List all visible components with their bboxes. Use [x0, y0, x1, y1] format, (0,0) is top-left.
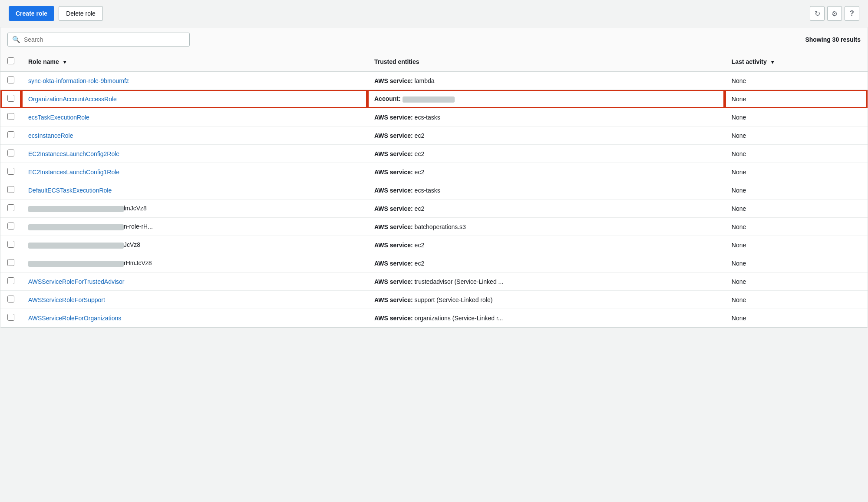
- role-name-cell: ████████████n-role-rH...: [21, 218, 367, 236]
- table-row: ████████████rHmJcVz8AWS service: ec2None: [0, 254, 868, 273]
- row-checkbox[interactable]: [7, 131, 14, 138]
- search-bar: 🔍 Showing 30 results: [0, 27, 868, 52]
- trusted-entity-cell: AWS service: ecs-tasks: [367, 108, 725, 126]
- trusted-entity-value: ec2: [415, 150, 425, 157]
- row-checkbox-cell: [0, 181, 21, 199]
- help-button[interactable]: ?: [845, 6, 859, 21]
- row-checkbox[interactable]: [7, 150, 14, 156]
- last-activity-cell: None: [725, 126, 868, 145]
- trusted-entity-value: lambda: [415, 77, 435, 84]
- role-name-link[interactable]: DefaultECSTaskExecutionRole: [28, 187, 112, 194]
- role-name-cell: AWSServiceRoleForOrganizations: [21, 309, 367, 327]
- trusted-entity-label: AWS service:: [374, 150, 415, 157]
- trusted-entity-cell: AWS service: ec2: [367, 126, 725, 145]
- role-name-blurred: ████████████: [28, 206, 124, 212]
- trusted-entity-label: AWS service:: [374, 169, 415, 176]
- role-name-link[interactable]: OrganizationAccountAccessRole: [28, 96, 117, 103]
- trusted-entity-cell: AWS service: organizations (Service-Link…: [367, 309, 725, 327]
- trusted-entity-value: ecs-tasks: [415, 114, 440, 121]
- trusted-entity-label: AWS service:: [374, 296, 415, 303]
- search-icon: 🔍: [12, 36, 20, 43]
- role-name-cell: DefaultECSTaskExecutionRole: [21, 181, 367, 199]
- last-activity-cell: None: [725, 291, 868, 309]
- trusted-entity-cell: AWS service: ecs-tasks: [367, 181, 725, 199]
- search-input[interactable]: [24, 36, 185, 43]
- table-row: sync-okta-information-role-9bmoumfzAWS s…: [0, 71, 868, 90]
- role-name-link[interactable]: EC2InstancesLaunchConfig2Role: [28, 150, 119, 157]
- settings-icon: ⚙: [832, 10, 838, 18]
- refresh-button[interactable]: ↻: [810, 6, 825, 21]
- row-checkbox-cell: [0, 108, 21, 126]
- row-checkbox[interactable]: [7, 95, 14, 102]
- role-name-link[interactable]: AWSServiceRoleForOrganizations: [28, 315, 121, 322]
- role-name-blurred: ████████████: [28, 243, 124, 249]
- trusted-entity-value: batchoperations.s3: [415, 223, 466, 230]
- role-name-cell: AWSServiceRoleForSupport: [21, 291, 367, 309]
- row-checkbox-cell: [0, 145, 21, 163]
- last-activity-cell: None: [725, 273, 868, 291]
- role-name-link[interactable]: EC2InstancesLaunchConfig1Role: [28, 169, 119, 176]
- last-activity-cell: None: [725, 71, 868, 90]
- trusted-entity-label: AWS service:: [374, 205, 415, 212]
- trusted-entity-cell: AWS service: ec2: [367, 236, 725, 254]
- row-checkbox[interactable]: [7, 259, 14, 266]
- header-role-name[interactable]: Role name ▼: [21, 52, 367, 71]
- role-name-cell: ████████████JcVz8: [21, 236, 367, 254]
- row-checkbox-cell: [0, 218, 21, 236]
- last-activity-cell: None: [725, 181, 868, 199]
- row-checkbox-cell: [0, 126, 21, 145]
- delete-role-button[interactable]: Delete role: [59, 6, 103, 21]
- role-name-blurred: ████████████: [28, 261, 124, 267]
- role-name-suffix: JcVz8: [124, 241, 140, 248]
- settings-button[interactable]: ⚙: [827, 6, 842, 21]
- last-activity-cell: None: [725, 236, 868, 254]
- row-checkbox[interactable]: [7, 204, 14, 211]
- toolbar-icons: ↻ ⚙ ?: [810, 6, 859, 21]
- role-name-cell: ecsInstanceRole: [21, 126, 367, 145]
- trusted-entity-value: support (Service-Linked role): [415, 296, 493, 303]
- last-activity-sort-icon: ▼: [770, 60, 775, 65]
- role-name-suffix: n-role-rH...: [124, 223, 153, 230]
- header-last-activity[interactable]: Last activity ▼: [725, 52, 868, 71]
- trusted-entity-label: AWS service:: [374, 315, 415, 322]
- row-checkbox[interactable]: [7, 241, 14, 248]
- role-name-suffix: lmJcVz8: [124, 205, 147, 212]
- trusted-entity-cell: AWS service: ec2: [367, 163, 725, 181]
- row-checkbox-cell: [0, 309, 21, 327]
- row-checkbox[interactable]: [7, 186, 14, 193]
- role-name-link[interactable]: ecsTaskExecutionRole: [28, 114, 89, 121]
- select-all-checkbox[interactable]: [7, 57, 14, 64]
- table-header: Role name ▼ Trusted entities Last activi…: [0, 52, 868, 71]
- top-bar: Create role Delete role ↻ ⚙ ?: [0, 0, 868, 27]
- table-row: DefaultECSTaskExecutionRoleAWS service: …: [0, 181, 868, 199]
- role-name-link[interactable]: AWSServiceRoleForTrustedAdvisor: [28, 278, 124, 285]
- table-row: EC2InstancesLaunchConfig2RoleAWS service…: [0, 145, 868, 163]
- row-checkbox[interactable]: [7, 314, 14, 321]
- row-checkbox[interactable]: [7, 168, 14, 175]
- row-checkbox[interactable]: [7, 113, 14, 120]
- row-checkbox[interactable]: [7, 296, 14, 303]
- last-activity-cell: None: [725, 309, 868, 327]
- row-checkbox[interactable]: [7, 76, 14, 83]
- create-role-button[interactable]: Create role: [9, 6, 54, 21]
- role-name-link[interactable]: AWSServiceRoleForSupport: [28, 296, 105, 303]
- trusted-entity-cell: AWS service: ec2: [367, 254, 725, 273]
- toolbar-buttons: Create role Delete role: [9, 6, 103, 21]
- role-name-sort-icon: ▼: [63, 60, 67, 65]
- row-checkbox[interactable]: [7, 277, 14, 284]
- table-row: ecsTaskExecutionRoleAWS service: ecs-tas…: [0, 108, 868, 126]
- table-row: AWSServiceRoleForSupportAWS service: sup…: [0, 291, 868, 309]
- trusted-entity-cell: AWS service: batchoperations.s3: [367, 218, 725, 236]
- role-name-link[interactable]: sync-okta-information-role-9bmoumfz: [28, 77, 129, 84]
- search-input-wrap: 🔍: [7, 33, 190, 47]
- role-name-link[interactable]: ecsInstanceRole: [28, 132, 73, 139]
- trusted-entity-label: Account:: [374, 95, 403, 102]
- table-row: ████████████lmJcVz8AWS service: ec2None: [0, 199, 868, 218]
- trusted-entity-cell: AWS service: trustedadvisor (Service-Lin…: [367, 273, 725, 291]
- trusted-entity-value: ec2: [415, 132, 425, 139]
- trusted-entity-label: AWS service:: [374, 223, 415, 230]
- row-checkbox[interactable]: [7, 223, 14, 229]
- role-name-cell: ████████████rHmJcVz8: [21, 254, 367, 273]
- row-checkbox-cell: [0, 254, 21, 273]
- row-checkbox-cell: [0, 199, 21, 218]
